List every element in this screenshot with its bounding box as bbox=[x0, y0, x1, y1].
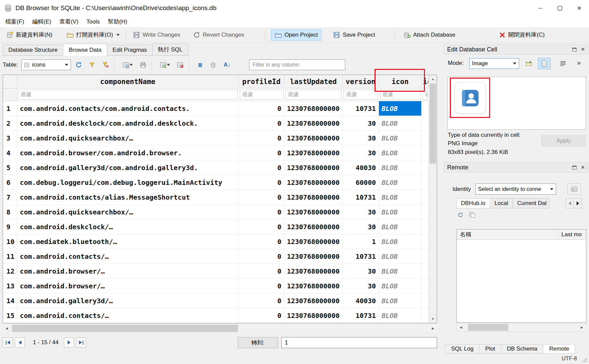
identity-selector[interactable]: Select an identity to conne bbox=[475, 184, 556, 195]
cell-overflow[interactable] bbox=[422, 101, 429, 116]
cell-version[interactable]: 30 bbox=[343, 146, 379, 160]
maximize-button[interactable] bbox=[550, 0, 570, 16]
close-button[interactable]: ✕ bbox=[570, 0, 589, 16]
tab-edit-pragmas[interactable]: Edit Pragmas bbox=[107, 45, 153, 56]
previous-record-button[interactable] bbox=[15, 337, 25, 348]
filter-input-componentName[interactable]: 過濾 bbox=[18, 90, 238, 99]
panel-overflow-button[interactable]: » bbox=[577, 58, 581, 67]
global-filter-input[interactable] bbox=[249, 59, 345, 70]
write-changes-button[interactable]: Write Changes bbox=[129, 30, 184, 40]
cell-componentName[interactable]: com.android.browser/… bbox=[17, 264, 239, 278]
scroll-down-arrow[interactable]: ▼ bbox=[429, 315, 437, 323]
cell-lastUpdated[interactable]: 1230768000000 bbox=[284, 190, 343, 204]
cell-componentName[interactable]: com.android.contacts/… bbox=[17, 308, 239, 323]
row-number[interactable]: 8 bbox=[3, 205, 17, 219]
cell-version[interactable]: 30 bbox=[343, 279, 379, 293]
cell-componentName[interactable]: com.android.gallery3d/… bbox=[17, 293, 239, 308]
float-panel-icon[interactable] bbox=[572, 166, 577, 169]
cell-overflow[interactable] bbox=[422, 131, 429, 145]
apply-button[interactable]: Apply bbox=[541, 135, 586, 147]
row-number[interactable]: 1 bbox=[3, 101, 17, 116]
cell-icon[interactable]: BLOB bbox=[379, 234, 422, 249]
sort-alpha-button[interactable]: A↓ bbox=[221, 59, 233, 71]
menu-item-edit[interactable]: 編輯(E) bbox=[28, 16, 55, 27]
cell-overflow[interactable] bbox=[422, 160, 429, 175]
cell-componentName[interactable]: com.android.deskclock/com.android.deskcl… bbox=[17, 116, 239, 130]
row-number[interactable]: 5 bbox=[3, 160, 17, 175]
column-header-profileId[interactable]: profileId bbox=[239, 75, 284, 88]
cell-profileId[interactable]: 0 bbox=[239, 101, 284, 116]
close-database-button[interactable]: 關閉資料庫(C) bbox=[496, 29, 548, 40]
import-certificate-button[interactable] bbox=[567, 184, 581, 195]
remote-horizontal-scrollbar[interactable]: ◀ ▶ bbox=[457, 323, 586, 332]
cell-lastUpdated[interactable]: 1230768000000 bbox=[284, 160, 343, 175]
cell-lastUpdated[interactable]: 1230768000000 bbox=[284, 101, 343, 116]
row-number[interactable]: 2 bbox=[3, 116, 17, 130]
clear-filters-button[interactable] bbox=[100, 59, 111, 71]
column-header-version[interactable]: version bbox=[343, 75, 379, 88]
remote-refresh-button[interactable] bbox=[457, 212, 464, 219]
cell-componentName[interactable]: com.android.contacts/alias.MessageShortc… bbox=[17, 190, 239, 204]
edit-display-format-button[interactable] bbox=[208, 59, 219, 71]
cell-profileId[interactable]: 0 bbox=[239, 205, 284, 219]
cell-lastUpdated[interactable]: 1230768000000 bbox=[284, 293, 343, 308]
cell-componentName[interactable]: com.android.deskclock/… bbox=[17, 219, 239, 234]
import-data-button[interactable] bbox=[522, 58, 535, 69]
cell-icon[interactable]: BLOB bbox=[379, 160, 422, 175]
remote-tab-current-database[interactable]: Current Dat bbox=[512, 198, 549, 208]
row-number[interactable]: 12 bbox=[3, 264, 17, 278]
cell-lastUpdated[interactable]: 1230768000000 bbox=[284, 219, 343, 234]
remote-column-last-modified[interactable]: Last mo bbox=[558, 230, 586, 239]
remote-tab-local[interactable]: Local bbox=[490, 198, 513, 208]
minimize-button[interactable] bbox=[531, 0, 550, 16]
cell-overflow[interactable] bbox=[422, 308, 429, 323]
filter-button[interactable] bbox=[86, 59, 98, 71]
cell-profileId[interactable]: 0 bbox=[239, 293, 284, 308]
scroll-left-arrow[interactable]: ◀ bbox=[3, 324, 11, 333]
row-number[interactable]: 11 bbox=[3, 249, 17, 264]
cell-profileId[interactable]: 0 bbox=[239, 131, 284, 145]
table-selector[interactable]: icons bbox=[21, 59, 71, 70]
vertical-scrollbar[interactable]: ▲ ▼ bbox=[429, 75, 437, 323]
cell-componentName[interactable]: com.debug.loggerui/com.debug.loggerui.Ma… bbox=[17, 175, 239, 190]
cell-componentName[interactable]: com.mediatek.bluetooth/… bbox=[17, 234, 239, 249]
cell-overflow[interactable] bbox=[422, 249, 429, 264]
cell-overflow[interactable] bbox=[422, 190, 429, 204]
horizontal-scrollbar-thumb[interactable] bbox=[12, 325, 238, 332]
cell-version[interactable]: 40030 bbox=[343, 293, 379, 308]
row-number[interactable]: 7 bbox=[3, 190, 17, 204]
menu-item-view[interactable]: 查看(V) bbox=[55, 16, 82, 27]
cell-version[interactable]: 30 bbox=[343, 116, 379, 130]
cell-version[interactable]: 30 bbox=[343, 219, 379, 234]
last-record-button[interactable] bbox=[76, 337, 86, 348]
remote-column-name[interactable]: 名稱 bbox=[457, 230, 558, 239]
cell-profileId[interactable]: 0 bbox=[239, 249, 284, 264]
dock-tab-plot[interactable]: Plot bbox=[479, 344, 501, 354]
save-results-button[interactable] bbox=[120, 59, 135, 71]
cell-componentName[interactable]: com.android.quicksearchbox/… bbox=[17, 131, 239, 145]
tab-database-structure[interactable]: Database Structure bbox=[3, 45, 63, 56]
menu-item-file[interactable]: 檔案(F) bbox=[1, 16, 28, 27]
menu-item-tools[interactable]: Tools bbox=[82, 17, 104, 27]
cell-icon[interactable]: BLOB bbox=[379, 219, 422, 234]
cell-lastUpdated[interactable]: 1230768000000 bbox=[284, 175, 343, 190]
cell-componentName[interactable]: com.android.browser/com.android.browser. bbox=[17, 146, 239, 160]
cell-icon[interactable]: BLOB bbox=[379, 175, 422, 190]
resize-grip[interactable] bbox=[586, 361, 587, 362]
cell-icon[interactable]: BLOB bbox=[379, 205, 422, 219]
toggle-multiline-button[interactable]: ≣ bbox=[194, 59, 206, 71]
scroll-left-arrow[interactable]: ◀ bbox=[457, 323, 465, 331]
cell-icon[interactable]: BLOB bbox=[379, 249, 422, 264]
attach-database-button[interactable]: Attach Database bbox=[400, 30, 459, 40]
cell-componentName[interactable]: com.android.browser/… bbox=[17, 279, 239, 293]
scroll-right-arrow[interactable]: ▶ bbox=[578, 323, 586, 331]
cell-version[interactable]: 1 bbox=[343, 234, 379, 249]
cell-overflow[interactable] bbox=[422, 175, 429, 190]
remote-scrollbar-thumb[interactable] bbox=[468, 324, 508, 331]
vertical-scrollbar-thumb[interactable] bbox=[430, 84, 436, 164]
row-number[interactable]: 14 bbox=[3, 293, 17, 308]
float-panel-icon[interactable] bbox=[572, 48, 577, 51]
open-database-button[interactable]: 打開資料庫(O) bbox=[63, 29, 123, 40]
save-project-button[interactable]: Save Project bbox=[329, 30, 378, 40]
remote-tabs-scroll-left-button[interactable] bbox=[565, 198, 574, 208]
